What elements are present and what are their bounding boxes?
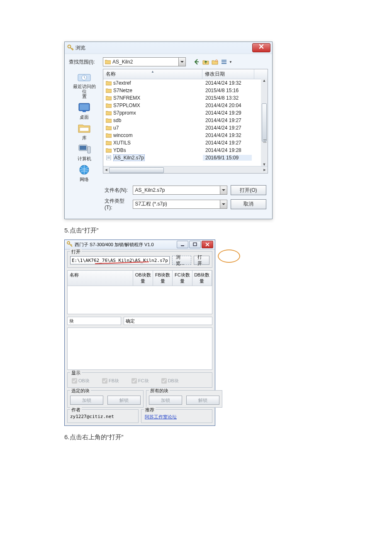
place-recent[interactable]: 最近访问的位 置 — [71, 71, 97, 99]
file-name-input[interactable]: AS_Kiln2.s7p — [133, 186, 227, 195]
dialog-titlebar[interactable]: 西门子 S7-300/400 加锁/解锁程序 V1.0 — [65, 240, 215, 249]
new-folder-icon[interactable] — [211, 58, 219, 66]
folder-row[interactable]: S7ppromx2014/4/24 19:29 — [103, 109, 268, 117]
vertical-scrollbar[interactable]: ▲ 三 ▼ — [261, 78, 268, 166]
selected-blocks-group: 选定的块 加锁 解锁 — [67, 390, 144, 408]
checkbox-fb[interactable]: FB块 — [102, 378, 119, 384]
column-date[interactable]: 修改日期 — [202, 69, 254, 79]
libraries-icon — [77, 122, 92, 134]
file-date: 2014/4/24 19:27 — [203, 117, 252, 123]
svg-rect-4 — [222, 60, 226, 61]
horizontal-scrollbar[interactable]: ◄ ► — [103, 166, 268, 173]
folder-icon — [106, 140, 112, 145]
network-icon — [77, 164, 92, 176]
recent-icon — [77, 71, 92, 83]
file-date: 2016/9/1 15:09 — [203, 155, 252, 161]
dialog-titlebar[interactable]: 浏览 — [65, 42, 272, 54]
folder-row[interactable]: S7NFREMX2015/4/8 13:32 — [103, 94, 268, 102]
up-folder-icon[interactable] — [202, 58, 210, 66]
scroll-thumb[interactable] — [262, 103, 267, 142]
column-name[interactable]: 名称 ▲ — [103, 69, 202, 79]
scroll-thumb[interactable] — [109, 167, 164, 173]
folder-icon — [106, 88, 112, 93]
file-list[interactable]: 名称 ▲ 修改日期 s7extref2014/4/24 19:32S7Netze… — [103, 69, 268, 174]
place-desktop[interactable]: 桌面 — [71, 101, 97, 120]
folder-icon — [106, 110, 112, 115]
open-group: 打开 E:\1\AK762_76\AS_Kiln2\AS_Kiln2.s7p 浏… — [67, 251, 212, 268]
annotation-circle — [218, 249, 240, 263]
back-icon[interactable] — [192, 58, 201, 66]
dialog-title: 浏览 — [75, 44, 85, 51]
folder-row[interactable]: winccom2014/4/24 19:32 — [103, 132, 268, 139]
column-ob[interactable]: OB块数量 — [133, 271, 153, 286]
cancel-button[interactable]: 取消 — [231, 199, 266, 209]
svg-rect-3 — [216, 60, 217, 61]
close-button[interactable] — [202, 241, 213, 248]
column-db[interactable]: DB块数量 — [192, 271, 212, 286]
folder-row[interactable]: XUTILS2014/4/24 19:27 — [103, 139, 268, 147]
file-name: YDBs — [113, 147, 126, 153]
recommend-group: 推荐 阿苏工作室论坛 — [141, 409, 212, 423]
svg-rect-5 — [222, 61, 226, 62]
dropdown-icon[interactable] — [220, 200, 227, 208]
lock-all-button[interactable]: 加锁 — [149, 396, 182, 405]
unlock-selected-button[interactable]: 解锁 — [107, 396, 141, 405]
file-name: XUTILS — [113, 140, 131, 146]
look-in-combobox[interactable]: AS_Kiln2 — [103, 57, 186, 66]
column-name[interactable]: 名称 — [68, 271, 133, 286]
file-date: 2014/4/24 20:04 — [203, 103, 252, 108]
s7-unlock-dialog: 西门子 S7-300/400 加锁/解锁程序 V1.0 打开 E:\1\AK76… — [64, 240, 215, 426]
place-libraries[interactable]: 库 — [71, 122, 97, 140]
svg-rect-14 — [80, 146, 86, 150]
recommend-link[interactable]: 阿苏工作室论坛 — [144, 413, 178, 420]
checkbox-fc[interactable]: FC块 — [131, 378, 149, 384]
file-list-header[interactable]: 名称 ▲ 修改日期 — [103, 69, 268, 79]
file-name: winccom — [113, 132, 133, 138]
unlock-all-button[interactable]: 解锁 — [186, 396, 219, 405]
open-button[interactable]: 打开 — [194, 256, 209, 265]
folder-row[interactable]: YDBs2014/4/24 19:28 — [103, 147, 268, 154]
place-computer[interactable]: 计算机 — [71, 143, 97, 161]
column-fb[interactable]: FB块数量 — [153, 271, 173, 286]
column-fc[interactable]: FC块数量 — [173, 271, 192, 286]
file-name: AS_Kiln2.s7p — [113, 154, 145, 161]
place-network[interactable]: 网络 — [71, 164, 97, 182]
maximize-button[interactable] — [189, 241, 201, 248]
folder-row[interactable]: S7PPLOMX2014/4/24 20:04 — [103, 102, 268, 109]
display-group: 显示 OB块 FB块 FC块 DB块 — [67, 372, 212, 388]
file-row[interactable]: AS_Kiln2.s7p2016/9/1 15:09 — [103, 154, 268, 161]
lock-selected-button[interactable]: 加锁 — [70, 396, 103, 405]
app-icon — [67, 44, 74, 51]
folder-row[interactable]: u72014/4/24 19:27 — [103, 124, 268, 132]
open-group-title: 打开 — [70, 249, 82, 255]
block-detail-list[interactable] — [67, 328, 212, 370]
block-list[interactable]: 名称 OB块数量 FB块数量 FC块数量 DB块数量 — [67, 270, 212, 314]
file-date: 2015/4/8 13:32 — [203, 95, 252, 101]
file-name: S7ppromx — [113, 110, 136, 116]
block-label-box: 块 — [67, 317, 121, 325]
folder-row[interactable]: S7Netze2015/4/8 15:16 — [103, 87, 268, 94]
svg-rect-10 — [80, 104, 89, 110]
file-type-combobox[interactable]: S7工程 (*.s7p) — [133, 200, 227, 209]
svg-rect-18 — [107, 156, 110, 157]
browse-dialog: 浏览 查找范围(I): AS_Kiln2 — [64, 42, 273, 219]
folder-icon — [106, 95, 112, 100]
checkbox-db[interactable]: DB块 — [161, 378, 179, 384]
folder-icon — [106, 125, 112, 130]
all-blocks-group: 所有的块 加锁 解锁 — [146, 390, 222, 408]
folder-row[interactable]: s7extref2014/4/24 19:32 — [103, 79, 268, 87]
checkbox-ob[interactable]: OB块 — [72, 378, 90, 384]
views-icon[interactable] — [220, 58, 228, 66]
minimize-button[interactable] — [177, 241, 188, 248]
browse-button[interactable]: 浏览... — [172, 256, 191, 265]
look-in-label: 查找范围(I): — [69, 59, 100, 66]
close-button[interactable] — [252, 43, 270, 52]
open-button[interactable]: 打开(O) — [231, 185, 266, 195]
dropdown-icon[interactable] — [220, 186, 227, 194]
folder-row[interactable]: sdb2014/4/24 19:27 — [103, 117, 268, 124]
folder-icon — [106, 118, 112, 123]
chevron-down-icon[interactable]: ▼ — [229, 60, 232, 64]
dropdown-icon[interactable] — [178, 58, 185, 66]
file-date: 2014/4/24 19:32 — [203, 132, 252, 138]
file-name: S7Netze — [113, 88, 132, 93]
